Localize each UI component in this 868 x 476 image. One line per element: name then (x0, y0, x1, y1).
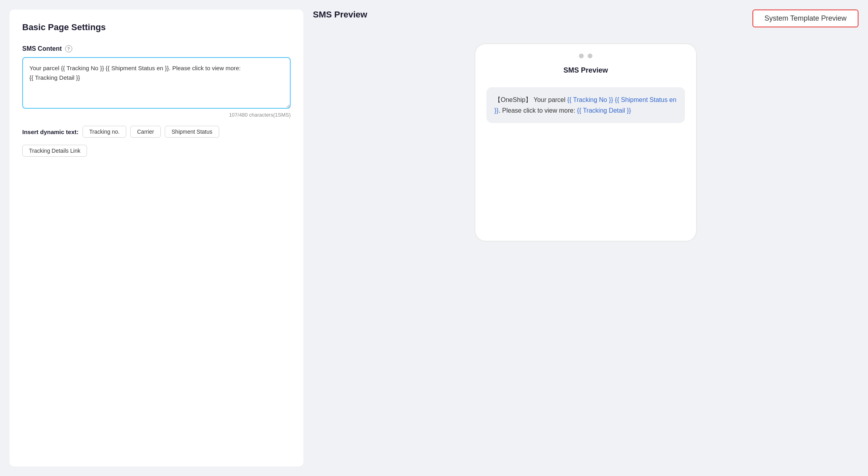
sms-bubble: 【OneShip】 Your parcel {{ Tracking No }} … (486, 87, 685, 123)
phone-inner-title: SMS Preview (563, 66, 608, 75)
help-icon[interactable]: ? (65, 45, 72, 52)
bubble-suffix: . Please click to view more: (499, 107, 577, 114)
phone-dot-right (588, 54, 592, 58)
right-panel: SMS Preview System Template Preview SMS … (313, 10, 858, 466)
dynamic-text-row: Insert dynamic text: Tracking no. Carrie… (22, 126, 291, 138)
phone-dots (579, 54, 592, 58)
phone-mockup: SMS Preview 【OneShip】 Your parcel {{ Tra… (475, 43, 697, 242)
right-top-bar: SMS Preview System Template Preview (313, 10, 858, 27)
left-panel: Basic Page Settings SMS Content ? 107/48… (10, 10, 303, 466)
bubble-prefix: 【OneShip】 Your parcel (494, 96, 567, 103)
system-template-preview-button[interactable]: System Template Preview (752, 10, 858, 27)
bubble-var3: {{ Tracking Detail }} (577, 107, 631, 114)
shipment-status-button[interactable]: Shipment Status (165, 126, 219, 138)
sms-content-label: SMS Content ? (22, 45, 291, 52)
tracking-details-link-button[interactable]: Tracking Details Link (22, 145, 87, 157)
tracking-no-button[interactable]: Tracking no. (83, 126, 127, 138)
phone-dot-left (579, 54, 584, 58)
sms-preview-title: SMS Preview (313, 10, 367, 20)
char-count: 107/480 characters(1SMS) (22, 112, 291, 118)
dynamic-text-label: Insert dynamic text: (22, 129, 79, 135)
sms-textarea[interactable] (22, 57, 291, 109)
carrier-button[interactable]: Carrier (130, 126, 161, 138)
bubble-var1: {{ Tracking No }} (567, 96, 613, 103)
page-title: Basic Page Settings (22, 22, 291, 33)
